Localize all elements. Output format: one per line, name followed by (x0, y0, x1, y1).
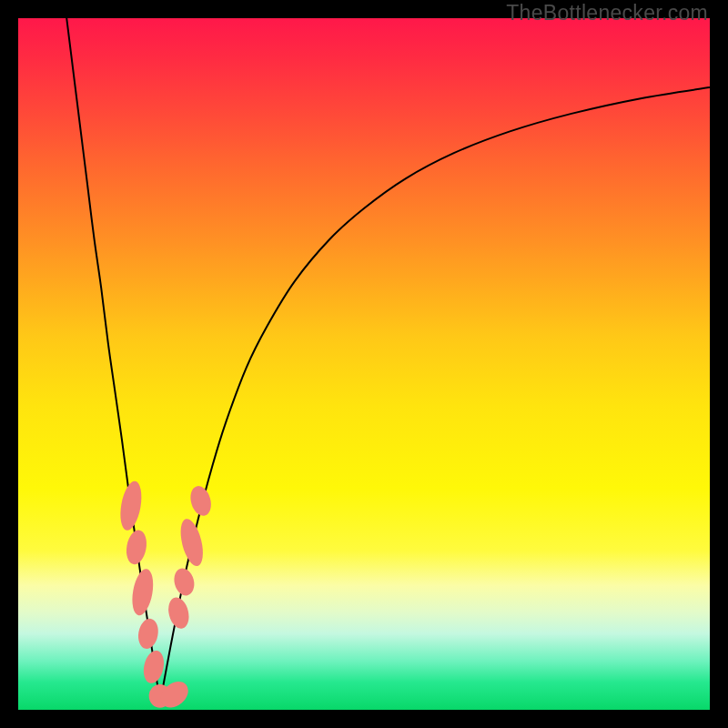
curve-layer (18, 18, 710, 710)
right-marker-2 (171, 566, 197, 598)
watermark-text: TheBottlenecker.com (506, 1, 708, 25)
left-marker-3 (129, 568, 157, 618)
bottleneck-curve-right (160, 87, 710, 703)
left-marker-1 (117, 480, 145, 532)
left-marker-2 (124, 529, 149, 566)
right-marker-4 (187, 483, 215, 518)
left-marker-5 (141, 649, 167, 685)
left-marker-4 (136, 617, 160, 651)
right-marker-1 (166, 595, 192, 631)
right-marker-3 (177, 517, 207, 569)
plot-area (18, 18, 710, 710)
chart-frame: TheBottlenecker.com (0, 0, 728, 728)
